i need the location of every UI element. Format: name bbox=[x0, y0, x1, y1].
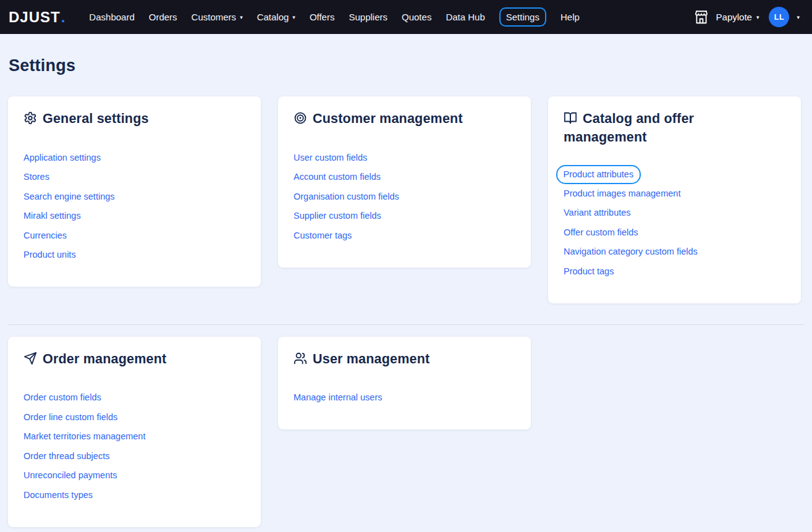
card-link-row: Offer custom fields bbox=[564, 222, 785, 242]
currencies-link[interactable]: Currencies bbox=[23, 230, 67, 240]
nav-item-dashboard[interactable]: Dashboard bbox=[89, 12, 134, 22]
card-link-row: Order thread subjects bbox=[23, 446, 245, 466]
page-title: Settings bbox=[9, 56, 804, 75]
card-link-row: Unreconciled payments bbox=[23, 466, 245, 486]
card-user-management: User management Manage internal users bbox=[278, 337, 531, 430]
card-link-row: Product images management bbox=[564, 184, 785, 203]
card-general-settings: General settings Application settingsSto… bbox=[8, 96, 261, 287]
send-icon bbox=[23, 352, 37, 369]
customer-tags-link[interactable]: Customer tags bbox=[294, 230, 352, 240]
card-link-row: Documents types bbox=[23, 485, 245, 505]
cards-row-2: Order management Order custom fieldsOrde… bbox=[8, 337, 804, 527]
manage-internal-users-link[interactable]: Manage internal users bbox=[294, 392, 382, 402]
nav-item-catalog[interactable]: Catalog▾ bbox=[257, 12, 295, 22]
store-switcher[interactable]: Papylote ▾ bbox=[716, 12, 759, 22]
card-order-management: Order management Order custom fieldsOrde… bbox=[8, 337, 261, 527]
stores-link[interactable]: Stores bbox=[23, 172, 49, 182]
chevron-down-icon: ▾ bbox=[292, 15, 295, 20]
card-link-row: Variant attributes bbox=[564, 203, 785, 223]
store-switcher-label: Papylote bbox=[716, 12, 752, 22]
supplier-custom-fields-link[interactable]: Supplier custom fields bbox=[294, 211, 381, 221]
card-links: User custom fieldsAccount custom fieldsO… bbox=[294, 148, 515, 245]
storefront-icon bbox=[693, 9, 709, 25]
nav-item-data-hub[interactable]: Data Hub bbox=[446, 12, 484, 22]
unreconciled-payments-link[interactable]: Unreconciled payments bbox=[23, 470, 117, 480]
card-link-row: Product attributes bbox=[564, 164, 785, 184]
card-link-row: Manage internal users bbox=[294, 388, 515, 408]
logo-text: DJUST bbox=[9, 9, 61, 26]
card-link-row: Supplier custom fields bbox=[294, 206, 515, 226]
logo-dot: . bbox=[61, 9, 66, 26]
card-links: Order custom fieldsOrder line custom fie… bbox=[23, 388, 245, 505]
card-link-row: Customer tags bbox=[294, 226, 515, 245]
application-settings-link[interactable]: Application settings bbox=[23, 153, 101, 163]
target-icon bbox=[294, 111, 307, 129]
book-open-icon bbox=[564, 111, 577, 129]
nav-item-customers[interactable]: Customers▾ bbox=[192, 12, 243, 22]
chevron-down-icon: ▾ bbox=[240, 15, 243, 20]
market-territories-management-link[interactable]: Market territories management bbox=[23, 431, 145, 441]
card-link-row: Organisation custom fields bbox=[294, 187, 515, 206]
product-tags-link[interactable]: Product tags bbox=[564, 266, 614, 276]
card-link-row: User custom fields bbox=[294, 148, 515, 167]
section-divider bbox=[8, 324, 804, 325]
product-images-management-link[interactable]: Product images management bbox=[564, 188, 680, 198]
card-link-row: Search engine settings bbox=[23, 187, 245, 206]
card-customer-management: Customer management User custom fieldsAc… bbox=[278, 96, 531, 268]
mirakl-settings-link[interactable]: Mirakl settings bbox=[23, 211, 81, 221]
nav-item-settings[interactable]: Settings bbox=[499, 7, 546, 27]
product-attributes-link[interactable]: Product attributes bbox=[556, 165, 641, 185]
order-line-custom-fields-link[interactable]: Order line custom fields bbox=[23, 412, 117, 422]
nav-item-orders[interactable]: Orders bbox=[149, 12, 177, 22]
nav-item-offers[interactable]: Offers bbox=[310, 12, 335, 22]
card-link-row: Order custom fields bbox=[23, 388, 245, 408]
search-engine-settings-link[interactable]: Search engine settings bbox=[23, 192, 115, 201]
navigation-category-custom-fields-link[interactable]: Navigation category custom fields bbox=[564, 247, 698, 256]
user-menu-chevron-icon[interactable]: ▾ bbox=[797, 15, 800, 20]
account-custom-fields-link[interactable]: Account custom fields bbox=[294, 172, 381, 182]
variant-attributes-link[interactable]: Variant attributes bbox=[564, 208, 631, 217]
card-link-row: Product units bbox=[23, 245, 245, 265]
users-icon bbox=[294, 352, 307, 369]
topbar-right: Papylote ▾ LL ▾ bbox=[693, 7, 800, 27]
avatar[interactable]: LL bbox=[769, 7, 789, 27]
logo[interactable]: DJUST. bbox=[9, 9, 66, 26]
order-thread-subjects-link[interactable]: Order thread subjects bbox=[23, 451, 109, 461]
card-links: Product attributesProduct images managem… bbox=[564, 164, 785, 281]
nav-item-quotes[interactable]: Quotes bbox=[402, 12, 431, 22]
offer-custom-fields-link[interactable]: Offer custom fields bbox=[564, 227, 638, 237]
organisation-custom-fields-link[interactable]: Organisation custom fields bbox=[294, 192, 399, 201]
main-nav: DashboardOrdersCustomers▾Catalog▾OffersS… bbox=[89, 7, 579, 27]
nav-item-suppliers[interactable]: Suppliers bbox=[349, 12, 387, 22]
card-link-row: Currencies bbox=[23, 226, 245, 245]
card-link-row: Navigation category custom fields bbox=[564, 242, 785, 262]
chevron-down-icon: ▾ bbox=[756, 15, 759, 20]
documents-types-link[interactable]: Documents types bbox=[23, 490, 93, 500]
card-link-row: Order line custom fields bbox=[23, 407, 245, 427]
card-link-row: Mirakl settings bbox=[23, 206, 245, 226]
cards-row-1: General settings Application settingsSto… bbox=[8, 96, 804, 303]
order-custom-fields-link[interactable]: Order custom fields bbox=[23, 392, 101, 402]
user-custom-fields-link[interactable]: User custom fields bbox=[294, 153, 367, 163]
card-link-row: Stores bbox=[23, 167, 245, 187]
gear-icon bbox=[23, 111, 37, 129]
card-link-row: Market territories management bbox=[23, 427, 245, 447]
card-link-row: Application settings bbox=[23, 148, 245, 167]
card-link-row: Product tags bbox=[564, 261, 785, 281]
card-links: Application settingsStoresSearch engine … bbox=[23, 148, 245, 264]
main-content: Settings General settings Application se… bbox=[0, 56, 812, 527]
card-link-row: Account custom fields bbox=[294, 167, 515, 187]
nav-item-help[interactable]: Help bbox=[560, 12, 580, 22]
topbar: DJUST. DashboardOrdersCustomers▾Catalog▾… bbox=[0, 0, 812, 34]
product-units-link[interactable]: Product units bbox=[23, 250, 76, 260]
card-catalog-and-offer-management: Catalog and offer management Product att… bbox=[548, 96, 801, 303]
card-links: Manage internal users bbox=[294, 388, 515, 408]
